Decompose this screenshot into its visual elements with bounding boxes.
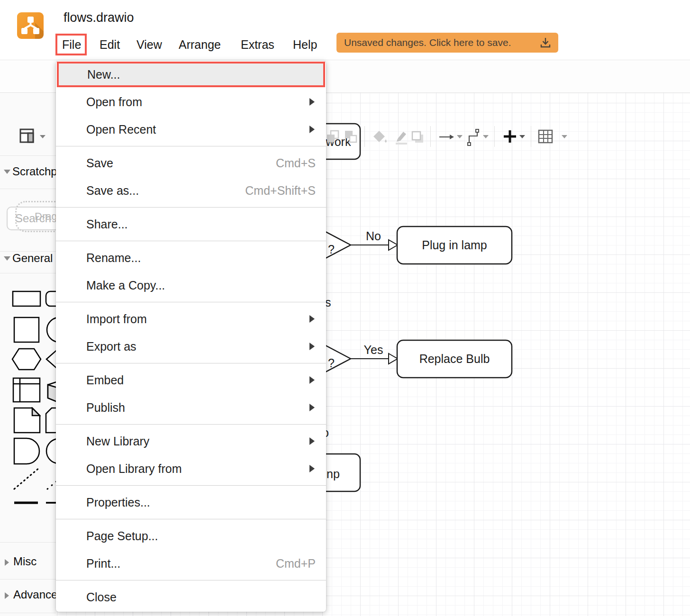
submenu-arrow-icon — [309, 404, 315, 411]
shape-diamond[interactable] — [45, 348, 56, 371]
menu-item-label: Save as... — [86, 184, 245, 198]
menu-item-print[interactable]: Print...Cmd+P — [56, 550, 326, 577]
shape-solid-line[interactable] — [13, 499, 40, 506]
shape-internal-storage[interactable] — [12, 377, 41, 403]
divider — [0, 613, 56, 613]
menu-item-publish[interactable]: Publish — [56, 394, 326, 421]
waypoints-icon[interactable] — [467, 128, 481, 146]
submenu-arrow-icon — [309, 437, 315, 445]
menu-view[interactable]: View — [136, 38, 162, 52]
menu-separator — [56, 238, 326, 244]
shape-circle[interactable] — [45, 317, 56, 343]
fill-color-icon[interactable] — [372, 130, 388, 145]
menu-item-save[interactable]: SaveCmd+S — [56, 149, 326, 177]
menu-item-export-as[interactable]: Export as — [56, 333, 326, 360]
menu-item-make-a-copy[interactable]: Make a Copy... — [56, 272, 326, 299]
menu-separator — [56, 143, 326, 149]
view-panels-icon[interactable] — [19, 128, 35, 144]
chevron-down-icon[interactable] — [562, 135, 567, 138]
menu-file[interactable]: File — [62, 38, 81, 52]
menu-item-shortcut: Cmd+S — [276, 156, 316, 170]
divider — [0, 273, 56, 273]
shape-card[interactable] — [45, 407, 56, 434]
shape-or[interactable] — [45, 437, 56, 465]
line-color-icon[interactable] — [393, 130, 409, 145]
submenu-arrow-icon — [309, 343, 315, 350]
chevron-down-icon[interactable] — [40, 135, 45, 138]
divider — [0, 155, 56, 156]
shape-cube[interactable] — [45, 377, 56, 403]
menu-extras[interactable]: Extras — [241, 38, 274, 52]
section-scratchpad[interactable]: Scratchpad — [12, 165, 56, 178]
menu-item-label: New Library — [86, 435, 309, 448]
menu-item-open-recent[interactable]: Open Recent — [56, 116, 326, 143]
document-title: flows.drawio — [64, 10, 134, 25]
menu-separator — [56, 421, 326, 427]
insert-plus-icon[interactable] — [503, 129, 517, 144]
menu-item-close[interactable]: Close — [56, 583, 326, 611]
menu-separator — [56, 360, 326, 366]
menu-arrange[interactable]: Arrange — [179, 38, 221, 52]
menu-help[interactable]: Help — [293, 38, 317, 52]
menu-item-label: Make a Copy... — [86, 279, 316, 292]
shape-rectangle[interactable] — [12, 290, 41, 307]
shape-thin-line[interactable] — [45, 499, 56, 506]
app-header: flows.drawio File Edit View Arrange Extr… — [0, 0, 690, 60]
shape-delay[interactable] — [13, 437, 42, 465]
section-misc[interactable]: Misc — [13, 555, 36, 568]
section-advanced[interactable]: Advanced — [13, 588, 56, 601]
submenu-arrow-icon — [309, 376, 315, 384]
connection-arrow-icon[interactable] — [438, 131, 454, 143]
unsaved-changes-banner[interactable]: Unsaved changes. Click here to save. — [336, 33, 558, 53]
menu-item-rename[interactable]: Rename... — [56, 244, 326, 272]
menu-item-label: New... — [87, 68, 313, 82]
submenu-arrow-icon — [309, 465, 315, 472]
chevron-down-icon[interactable] — [483, 135, 489, 138]
scratchpad-drop-area[interactable]: Drag elements here — [15, 201, 56, 232]
menu-item-share[interactable]: Share... — [56, 210, 326, 238]
submenu-arrow-icon — [309, 315, 315, 323]
menu-item-open-from[interactable]: Open from — [56, 88, 326, 116]
divider — [364, 126, 365, 147]
file-menu: New...Open fromOpen RecentSaveCmd+SSave … — [56, 61, 326, 612]
menu-item-label: Embed — [86, 373, 309, 387]
divider — [0, 542, 56, 543]
menu-item-label: Print... — [86, 557, 276, 571]
menu-item-label: Open Recent — [86, 123, 309, 136]
submenu-arrow-icon — [309, 98, 315, 106]
divider — [430, 126, 431, 147]
to-front-icon[interactable] — [326, 130, 340, 144]
download-icon — [539, 36, 552, 49]
menu-item-new[interactable]: New... — [57, 62, 325, 87]
shape-hexagon[interactable] — [11, 348, 42, 371]
menu-item-label: Share... — [86, 217, 316, 231]
menu-item-label: Export as — [86, 340, 309, 353]
menu-item-embed[interactable]: Embed — [56, 366, 326, 394]
shape-square[interactable] — [13, 317, 40, 343]
menu-item-label: Close — [86, 590, 316, 604]
chevron-down-icon[interactable] — [457, 135, 463, 138]
submenu-arrow-icon — [309, 126, 315, 133]
shape-note[interactable] — [13, 407, 41, 434]
shape-dotted-line[interactable] — [46, 466, 56, 491]
divider — [0, 579, 56, 580]
chevron-right-icon — [5, 592, 9, 599]
menu-item-label: Properties... — [86, 496, 316, 509]
menu-item-label: Import from — [86, 312, 309, 326]
menu-edit[interactable]: Edit — [100, 38, 120, 52]
menu-item-save-as[interactable]: Save as...Cmd+Shift+S — [56, 177, 326, 204]
to-back-icon[interactable] — [344, 130, 358, 144]
menu-item-new-library[interactable]: New Library — [56, 427, 326, 455]
shape-rounded-rectangle[interactable] — [45, 290, 56, 307]
menu-item-label: Page Setup... — [86, 529, 316, 543]
table-grid-icon[interactable] — [538, 129, 553, 144]
shape-dashed-line[interactable] — [13, 466, 41, 491]
menu-item-import-from[interactable]: Import from — [56, 305, 326, 333]
menu-separator — [56, 299, 326, 305]
chevron-down-icon[interactable] — [519, 135, 525, 138]
section-general[interactable]: General — [12, 252, 53, 265]
menu-item-properties[interactable]: Properties... — [56, 489, 326, 516]
shadow-icon[interactable] — [410, 130, 426, 145]
menu-item-page-setup[interactable]: Page Setup... — [56, 522, 326, 550]
menu-item-open-library-from[interactable]: Open Library from — [56, 455, 326, 482]
